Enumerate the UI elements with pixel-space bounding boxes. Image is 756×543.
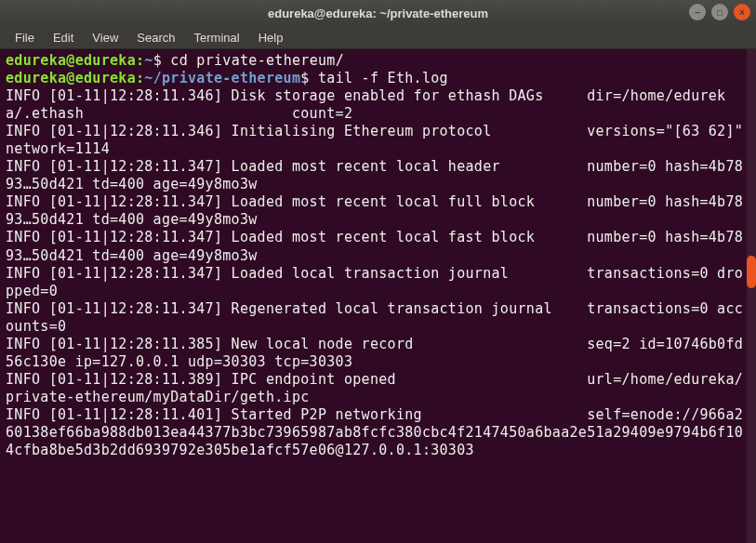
- window-controls: – □ ×: [689, 4, 750, 20]
- prompt-dollar-2: $: [300, 70, 309, 86]
- terminal-output[interactable]: edureka@edureka:~$ cd private-ethereum/ …: [0, 49, 756, 543]
- prompt-dollar: $: [153, 52, 162, 69]
- log-line: INFO [01-11|12:28:11.389] IPC endpoint o…: [6, 371, 743, 405]
- minimize-icon: –: [695, 7, 700, 18]
- close-button[interactable]: ×: [734, 4, 750, 20]
- prompt-user-2: edureka@edureka: [6, 70, 136, 86]
- log-line: INFO [01-11|12:28:11.347] Loaded local t…: [6, 265, 743, 299]
- menu-file[interactable]: File: [6, 31, 44, 45]
- menu-terminal[interactable]: Terminal: [185, 31, 249, 45]
- window-titlebar: edureka@edureka: ~/private-ethereum – □ …: [0, 0, 756, 26]
- log-line: INFO [01-11|12:28:11.385] New local node…: [6, 336, 743, 370]
- command-2: tail -f Eth.log: [318, 70, 448, 86]
- minimize-button[interactable]: –: [689, 4, 706, 20]
- log-line: INFO [01-11|12:28:11.347] Loaded most re…: [6, 158, 743, 192]
- menu-bar: File Edit View Search Terminal Help: [0, 26, 756, 49]
- menu-search[interactable]: Search: [127, 31, 184, 45]
- menu-help[interactable]: Help: [249, 31, 293, 45]
- maximize-button[interactable]: □: [711, 4, 728, 20]
- log-line: INFO [01-11|12:28:11.401] Started P2P ne…: [6, 406, 743, 458]
- scrollbar-thumb[interactable]: [747, 256, 756, 288]
- close-icon: ×: [739, 7, 745, 18]
- command-1: cd private-ethereum/: [170, 52, 344, 69]
- menu-view[interactable]: View: [83, 31, 127, 45]
- log-line: INFO [01-11|12:28:11.347] Loaded most re…: [6, 193, 743, 228]
- prompt-path-2: ~/private-ethereum: [144, 70, 300, 86]
- log-line: INFO [01-11|12:28:11.346] Disk storage e…: [6, 87, 725, 122]
- log-line: INFO [01-11|12:28:11.347] Loaded most re…: [6, 229, 743, 263]
- maximize-icon: □: [717, 7, 723, 18]
- menu-edit[interactable]: Edit: [44, 31, 83, 45]
- log-line: INFO [01-11|12:28:11.347] Regenerated lo…: [6, 300, 743, 335]
- prompt-user: edureka@edureka: [6, 52, 136, 69]
- prompt-colon: :: [136, 52, 144, 69]
- window-title: edureka@edureka: ~/private-ethereum: [268, 7, 488, 20]
- prompt-colon-2: :: [136, 70, 144, 86]
- log-line: INFO [01-11|12:28:11.346] Initialising E…: [6, 123, 751, 157]
- scrollbar-track[interactable]: [747, 49, 756, 543]
- prompt-path: ~: [144, 52, 153, 69]
